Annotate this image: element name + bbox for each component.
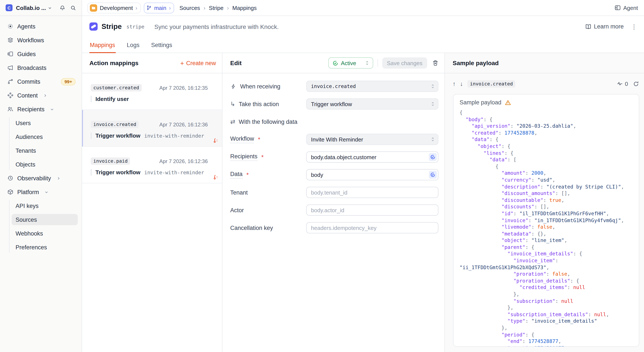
sidebar-item-observability[interactable]: Observability — [0, 171, 82, 185]
mapping-action: Identify user — [96, 96, 129, 102]
mapping-row-customer-created[interactable]: customer.created Apr 7 2026, 16:12:35 Id… — [82, 73, 222, 110]
payload-code[interactable]: { "body": { "api_version": "2026-03-25.d… — [460, 110, 633, 347]
sidebar-item-broadcasts[interactable]: Broadcasts — [0, 61, 82, 75]
learn-more-label: Learn more — [594, 23, 624, 30]
workflow-select[interactable]: Invite With Reminder — [306, 134, 438, 145]
cancellation-key-input[interactable] — [306, 222, 438, 233]
recipients-field-label: Recipients* — [230, 153, 306, 161]
mapping-row-invoice-created[interactable]: invoice.created Apr 7 2026, 16:12:36 Tri… — [82, 110, 222, 147]
bell-icon[interactable] — [60, 5, 65, 10]
folder-icon — [90, 4, 97, 11]
sidebar-item-recipients[interactable]: Recipients — [0, 102, 82, 116]
mapping-row-invoice-paid[interactable]: invoice.paid Apr 7 2026, 16:12:36 Trigge… — [82, 147, 222, 183]
cancellation-key-field-label: Cancellation key — [230, 224, 306, 231]
when-receiving-select[interactable]: invoice.created — [306, 81, 438, 92]
sidebar-item-content[interactable]: Content — [0, 88, 82, 102]
status-value: Active — [341, 60, 356, 66]
take-action-select[interactable]: Trigger workflow — [306, 98, 438, 110]
mapping-workflow-key: invite-with-reminder — [144, 133, 204, 139]
tab-mappings[interactable]: Mappings — [90, 38, 116, 53]
edit-panel-title: Edit — [230, 59, 242, 66]
environment-pill[interactable]: Development › — [87, 2, 141, 13]
create-new-button[interactable]: + Create new — [180, 60, 216, 66]
source-header: Stripe stripe Sync your payments infrast… — [82, 16, 644, 53]
sidebar-item-webhooks[interactable]: Webhooks — [0, 226, 82, 240]
sidebar-item-guides[interactable]: Guides — [0, 47, 82, 61]
with-data-label: ⇄ With the following data — [230, 118, 306, 125]
sidebar-item-audiences[interactable]: Audiences — [0, 130, 82, 144]
recipients-input[interactable] — [306, 152, 438, 163]
sidebar-item-agents[interactable]: Agents — [0, 19, 82, 33]
breadcrumb-sources[interactable]: Sources — [180, 4, 200, 11]
sample-panel-title: Sample payload — [453, 59, 499, 66]
content-icon — [7, 92, 14, 98]
updown-caret-icon — [431, 137, 435, 142]
refresh-icon[interactable] — [633, 81, 639, 86]
mapping-timestamp: Apr 7 2026, 16:12:36 — [160, 121, 213, 128]
workspace-switcher[interactable]: C Collab.io ... — [0, 0, 82, 16]
sidebar-item-preferences[interactable]: Preferences — [0, 240, 82, 254]
sidebar-item-objects[interactable]: Objects — [0, 158, 82, 171]
sidebar-item-sources[interactable]: Sources — [0, 213, 82, 226]
search-icon[interactable] — [70, 5, 76, 10]
event-count: 0 — [625, 80, 628, 87]
git-branch-icon — [146, 5, 152, 10]
warning-icon — [505, 99, 511, 105]
mapping-action: Trigger workflow — [96, 169, 140, 176]
chevron-sep: › — [169, 4, 171, 11]
save-changes-button[interactable]: Save changes — [382, 57, 427, 69]
sidebar-item-api-keys[interactable]: API keys — [0, 199, 82, 213]
sidebar-item-platform[interactable]: Platform — [0, 185, 82, 199]
users-icon — [7, 106, 14, 112]
updown-caret-icon — [365, 60, 369, 66]
topbar: Development › main › Sources › Stripe › … — [82, 0, 644, 16]
recipients-subnav: Users Audiences Tenants Objects — [0, 116, 82, 171]
trash-icon[interactable] — [432, 60, 438, 66]
divider — [377, 59, 378, 67]
learn-more-link[interactable]: Learn more — [585, 23, 624, 30]
elbow-arrow-icon: ↳ — [230, 101, 235, 107]
valid-check-icon — [429, 153, 437, 161]
sidebar-item-label: Content — [17, 92, 38, 99]
agent-label: Agent — [623, 4, 638, 11]
workspace-name: Collab.io ... — [16, 4, 46, 11]
sidebar-item-label: Workflows — [17, 37, 44, 43]
source-slug: stripe — [126, 23, 144, 29]
agent-panel-toggle[interactable]: Agent — [615, 4, 638, 11]
status-select[interactable]: Active — [328, 57, 373, 69]
valid-check-icon — [429, 171, 437, 178]
sidebar: C Collab.io ... Agents — [0, 0, 82, 352]
source-description: Sync your payments infrastructure with K… — [154, 23, 279, 30]
guides-icon — [7, 51, 14, 57]
event-counter[interactable]: 0 — [617, 80, 628, 87]
pulse-icon — [617, 81, 623, 87]
branch-pill[interactable]: main › — [144, 2, 174, 13]
breadcrumb-stripe[interactable]: Stripe — [209, 4, 224, 11]
actor-input[interactable] — [306, 204, 438, 216]
event-chip: invoice.paid — [91, 158, 130, 165]
sidebar-item-workflows[interactable]: Workflows — [0, 33, 82, 47]
data-input[interactable] — [306, 169, 438, 180]
commits-count-badge: 99+ — [61, 78, 76, 85]
clock-history-icon — [7, 175, 14, 181]
tab-logs[interactable]: Logs — [126, 38, 140, 53]
sidebar-item-label: Platform — [17, 189, 39, 195]
tenant-field-label: Tenant — [230, 189, 306, 196]
data-field-label: Data* — [230, 171, 306, 178]
tenant-input[interactable] — [306, 187, 438, 198]
arrow-down-icon[interactable]: ↓ — [460, 81, 463, 87]
arrow-up-icon[interactable]: ↑ — [453, 81, 456, 87]
tab-settings[interactable]: Settings — [151, 38, 173, 53]
sidebar-item-label: Observability — [17, 175, 51, 181]
branch-name: main — [154, 4, 166, 11]
edit-form: When receiving invoice.created ↳ Take th… — [222, 73, 444, 233]
breadcrumb-mappings: Mappings — [232, 4, 257, 11]
sidebar-item-commits[interactable]: Commits 99+ — [0, 75, 82, 88]
agents-icon — [7, 23, 14, 29]
kebab-menu-icon[interactable]: ⋮ — [631, 23, 637, 29]
take-action-label: ↳ Take this action — [230, 101, 306, 107]
sidebar-item-tenants[interactable]: Tenants — [0, 144, 82, 158]
sidebar-item-users[interactable]: Users — [0, 116, 82, 130]
plus-icon: + — [180, 60, 184, 66]
source-title: Stripe — [102, 22, 122, 31]
